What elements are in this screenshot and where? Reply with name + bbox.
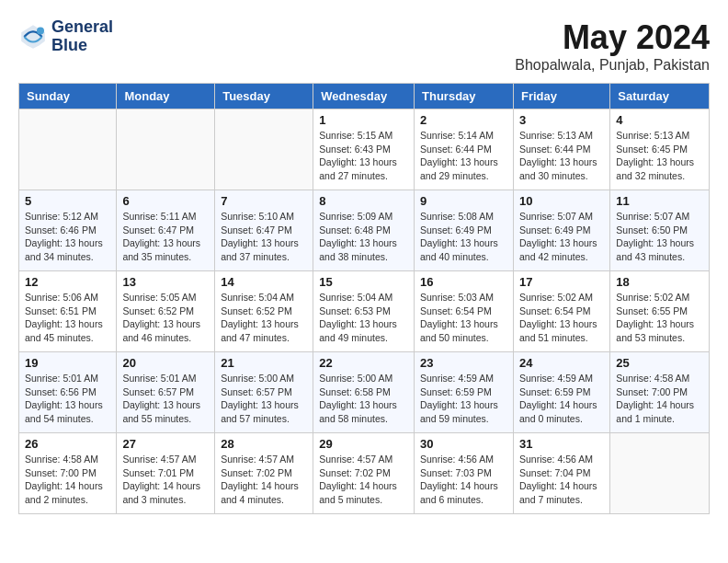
calendar-cell: 12Sunrise: 5:06 AM Sunset: 6:51 PM Dayli… (19, 271, 117, 352)
day-number: 31 (519, 437, 604, 451)
day-number: 16 (420, 275, 507, 289)
calendar-cell: 13Sunrise: 5:05 AM Sunset: 6:52 PM Dayli… (117, 271, 215, 352)
day-number: 17 (519, 275, 604, 289)
logo-icon (18, 22, 48, 52)
day-number: 1 (319, 113, 408, 127)
calendar-cell: 15Sunrise: 5:04 AM Sunset: 6:53 PM Dayli… (313, 271, 415, 352)
day-number: 5 (25, 194, 110, 208)
day-info: Sunrise: 5:06 AM Sunset: 6:51 PM Dayligh… (25, 291, 110, 345)
day-info: Sunrise: 5:04 AM Sunset: 6:52 PM Dayligh… (221, 291, 307, 345)
calendar-cell: 26Sunrise: 4:58 AM Sunset: 7:00 PM Dayli… (19, 433, 117, 514)
calendar-cell: 18Sunrise: 5:02 AM Sunset: 6:55 PM Dayli… (610, 271, 710, 352)
day-info: Sunrise: 4:59 AM Sunset: 6:59 PM Dayligh… (420, 372, 507, 426)
day-number: 27 (122, 437, 209, 451)
calendar-cell: 23Sunrise: 4:59 AM Sunset: 6:59 PM Dayli… (415, 352, 514, 433)
calendar-cell: 20Sunrise: 5:01 AM Sunset: 6:57 PM Dayli… (117, 352, 215, 433)
calendar-cell: 29Sunrise: 4:57 AM Sunset: 7:02 PM Dayli… (313, 433, 415, 514)
calendar-table: SundayMondayTuesdayWednesdayThursdayFrid… (18, 83, 710, 514)
calendar-cell: 31Sunrise: 4:56 AM Sunset: 7:04 PM Dayli… (513, 433, 609, 514)
calendar-cell: 9Sunrise: 5:08 AM Sunset: 6:49 PM Daylig… (415, 190, 514, 271)
calendar-cell: 30Sunrise: 4:56 AM Sunset: 7:03 PM Dayli… (415, 433, 514, 514)
day-info: Sunrise: 5:12 AM Sunset: 6:46 PM Dayligh… (25, 210, 110, 264)
calendar-cell: 5Sunrise: 5:12 AM Sunset: 6:46 PM Daylig… (19, 190, 117, 271)
calendar-cell: 28Sunrise: 4:57 AM Sunset: 7:02 PM Dayli… (215, 433, 313, 514)
calendar-cell: 25Sunrise: 4:58 AM Sunset: 7:00 PM Dayli… (610, 352, 710, 433)
day-info: Sunrise: 5:07 AM Sunset: 6:49 PM Dayligh… (519, 210, 604, 264)
day-info: Sunrise: 5:02 AM Sunset: 6:54 PM Dayligh… (519, 291, 604, 345)
calendar-cell: 22Sunrise: 5:00 AM Sunset: 6:58 PM Dayli… (313, 352, 415, 433)
day-number: 30 (420, 437, 507, 451)
day-info: Sunrise: 5:15 AM Sunset: 6:43 PM Dayligh… (319, 129, 408, 183)
calendar-cell (215, 109, 313, 190)
day-number: 8 (319, 194, 408, 208)
day-number: 2 (420, 113, 507, 127)
calendar-header-row: SundayMondayTuesdayWednesdayThursdayFrid… (19, 84, 710, 109)
day-header-saturday: Saturday (610, 84, 710, 109)
day-info: Sunrise: 5:10 AM Sunset: 6:47 PM Dayligh… (221, 210, 307, 264)
day-info: Sunrise: 5:01 AM Sunset: 6:56 PM Dayligh… (25, 372, 110, 426)
day-header-monday: Monday (117, 84, 215, 109)
calendar-week-row: 1Sunrise: 5:15 AM Sunset: 6:43 PM Daylig… (19, 109, 710, 190)
calendar-cell: 2Sunrise: 5:14 AM Sunset: 6:44 PM Daylig… (415, 109, 514, 190)
day-info: Sunrise: 5:07 AM Sunset: 6:50 PM Dayligh… (616, 210, 703, 264)
day-header-friday: Friday (513, 84, 609, 109)
calendar-cell: 11Sunrise: 5:07 AM Sunset: 6:50 PM Dayli… (610, 190, 710, 271)
calendar-week-row: 19Sunrise: 5:01 AM Sunset: 6:56 PM Dayli… (19, 352, 710, 433)
day-number: 15 (319, 275, 408, 289)
calendar-cell: 21Sunrise: 5:00 AM Sunset: 6:57 PM Dayli… (215, 352, 313, 433)
calendar-cell (610, 433, 710, 514)
logo: General Blue (18, 18, 113, 55)
day-number: 14 (221, 275, 307, 289)
logo-line2: Blue (51, 37, 113, 55)
day-info: Sunrise: 4:57 AM Sunset: 7:02 PM Dayligh… (221, 453, 307, 507)
calendar-cell (117, 109, 215, 190)
day-info: Sunrise: 5:08 AM Sunset: 6:49 PM Dayligh… (420, 210, 507, 264)
day-info: Sunrise: 5:13 AM Sunset: 6:45 PM Dayligh… (616, 129, 703, 183)
calendar-cell: 14Sunrise: 5:04 AM Sunset: 6:52 PM Dayli… (215, 271, 313, 352)
day-header-tuesday: Tuesday (215, 84, 313, 109)
calendar-cell: 16Sunrise: 5:03 AM Sunset: 6:54 PM Dayli… (415, 271, 514, 352)
day-info: Sunrise: 4:56 AM Sunset: 7:04 PM Dayligh… (519, 453, 604, 507)
calendar-cell: 27Sunrise: 4:57 AM Sunset: 7:01 PM Dayli… (117, 433, 215, 514)
day-number: 9 (420, 194, 507, 208)
calendar-week-row: 26Sunrise: 4:58 AM Sunset: 7:00 PM Dayli… (19, 433, 710, 514)
day-number: 10 (519, 194, 604, 208)
day-info: Sunrise: 5:11 AM Sunset: 6:47 PM Dayligh… (122, 210, 209, 264)
day-info: Sunrise: 5:13 AM Sunset: 6:44 PM Dayligh… (519, 129, 604, 183)
logo-line1: General (51, 18, 113, 37)
svg-point-2 (37, 27, 44, 34)
calendar-cell: 24Sunrise: 4:59 AM Sunset: 6:59 PM Dayli… (513, 352, 609, 433)
month-title: May 2024 (515, 18, 710, 57)
logo-text: General Blue (51, 18, 113, 55)
day-info: Sunrise: 5:00 AM Sunset: 6:57 PM Dayligh… (221, 372, 307, 426)
day-info: Sunrise: 5:03 AM Sunset: 6:54 PM Dayligh… (420, 291, 507, 345)
calendar-cell: 17Sunrise: 5:02 AM Sunset: 6:54 PM Dayli… (513, 271, 609, 352)
day-info: Sunrise: 5:14 AM Sunset: 6:44 PM Dayligh… (420, 129, 507, 183)
calendar-cell: 10Sunrise: 5:07 AM Sunset: 6:49 PM Dayli… (513, 190, 609, 271)
day-info: Sunrise: 4:59 AM Sunset: 6:59 PM Dayligh… (519, 372, 604, 426)
calendar-cell: 7Sunrise: 5:10 AM Sunset: 6:47 PM Daylig… (215, 190, 313, 271)
location-subtitle: Bhopalwala, Punjab, Pakistan (515, 57, 710, 74)
day-number: 24 (519, 356, 604, 370)
day-info: Sunrise: 5:02 AM Sunset: 6:55 PM Dayligh… (616, 291, 703, 345)
day-header-wednesday: Wednesday (313, 84, 415, 109)
page-header: General Blue May 2024 Bhopalwala, Punjab… (18, 18, 710, 74)
day-number: 20 (122, 356, 209, 370)
calendar-cell: 8Sunrise: 5:09 AM Sunset: 6:48 PM Daylig… (313, 190, 415, 271)
day-number: 25 (616, 356, 703, 370)
calendar-cell: 3Sunrise: 5:13 AM Sunset: 6:44 PM Daylig… (513, 109, 609, 190)
day-number: 28 (221, 437, 307, 451)
day-info: Sunrise: 4:58 AM Sunset: 7:00 PM Dayligh… (616, 372, 703, 426)
day-info: Sunrise: 4:56 AM Sunset: 7:03 PM Dayligh… (420, 453, 507, 507)
day-number: 23 (420, 356, 507, 370)
day-number: 29 (319, 437, 408, 451)
calendar-cell: 4Sunrise: 5:13 AM Sunset: 6:45 PM Daylig… (610, 109, 710, 190)
day-number: 11 (616, 194, 703, 208)
day-number: 22 (319, 356, 408, 370)
day-number: 6 (122, 194, 209, 208)
day-number: 12 (25, 275, 110, 289)
day-number: 18 (616, 275, 703, 289)
day-number: 21 (221, 356, 307, 370)
calendar-cell: 6Sunrise: 5:11 AM Sunset: 6:47 PM Daylig… (117, 190, 215, 271)
calendar-cell (19, 109, 117, 190)
